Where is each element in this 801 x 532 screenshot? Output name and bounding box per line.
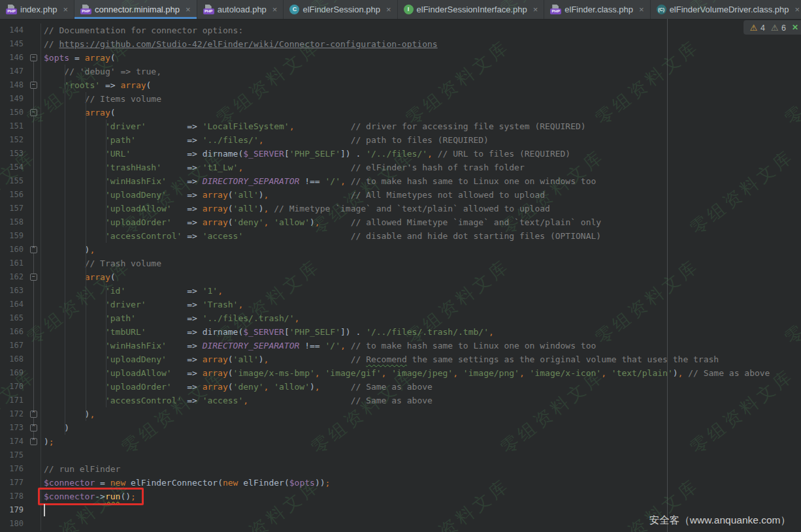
- line-number: 173: [0, 421, 26, 435]
- credit-text: 安全客（www.anquanke.com）: [649, 514, 791, 527]
- fold-end-icon[interactable]: ^: [30, 424, 37, 431]
- line-number: 157: [0, 202, 26, 215]
- tab-close-icon[interactable]: ×: [272, 5, 278, 14]
- code-line-156[interactable]: 156 'uploadDeny' => array('all'), // All…: [0, 188, 770, 202]
- weak-warning-count: 6: [781, 23, 786, 33]
- tab-close-icon[interactable]: ×: [186, 5, 191, 14]
- code-line-168[interactable]: 168 'uploadDeny' => array('all'), // Rec…: [0, 352, 770, 366]
- line-number: 162: [0, 270, 26, 284]
- php-file-icon: PHP: [6, 5, 17, 14]
- code-line-175[interactable]: 175: [0, 448, 770, 462]
- code-text: [41, 448, 44, 462]
- code-text: 'winHashFix' => DIRECTORY_SEPARATOR !== …: [41, 174, 596, 188]
- code-line-165[interactable]: 165 'path' => '../files/.trash/',: [0, 311, 770, 325]
- code-line-148[interactable]: 148− 'roots' => array(: [0, 78, 770, 92]
- code-line-144[interactable]: 144// Documentation for connector option…: [0, 23, 770, 37]
- code-line-173[interactable]: 173^ ): [0, 421, 770, 435]
- tab-connector.minimal.php[interactable]: PHPconnector.minimal.php×: [74, 0, 197, 19]
- code-line-154[interactable]: 154 'trashHash' => 't1_Lw', // elFinder'…: [0, 161, 770, 174]
- code-line-169[interactable]: 169 'uploadAllow' => array('image/x-ms-b…: [0, 366, 770, 380]
- fold-start-icon[interactable]: −: [30, 109, 37, 116]
- code-line-150[interactable]: 150− array(: [0, 106, 770, 119]
- tab-elFinder.class.php[interactable]: PHPelFinder.class.php×: [544, 0, 650, 19]
- fold-end-icon[interactable]: ^: [30, 246, 37, 253]
- gutter-fold-cell: [26, 37, 41, 51]
- code-text: ),: [41, 407, 95, 421]
- fold-end-icon[interactable]: ^: [30, 438, 37, 445]
- code-line-149[interactable]: 149 // Items volume: [0, 92, 770, 106]
- code-line-163[interactable]: 163 'id' => '1',: [0, 284, 770, 298]
- code-text: array(: [41, 270, 116, 284]
- line-number: 166: [0, 325, 26, 339]
- line-number: 163: [0, 284, 26, 298]
- weak-warning-icon: ⚠: [771, 23, 779, 33]
- fold-start-icon[interactable]: −: [30, 54, 37, 61]
- gutter-fold-cell: [26, 23, 41, 37]
- code-line-155[interactable]: 155 'winHashFix' => DIRECTORY_SEPARATOR …: [0, 174, 770, 188]
- code-line-172[interactable]: 172^ ),: [0, 407, 770, 421]
- code-line-145[interactable]: 145// https://github.com/Studio-42/elFin…: [0, 37, 770, 51]
- tab-autoload.php[interactable]: PHPautoload.php×: [197, 0, 284, 19]
- line-number: 179: [0, 503, 26, 517]
- inspections-widget[interactable]: ⚠ 4 ⚠ 6 ✕: [744, 20, 801, 35]
- code-line-158[interactable]: 158 'uploadOrder' => array('deny', 'allo…: [0, 215, 770, 229]
- indent-guide: [86, 92, 86, 421]
- code-text: ),: [41, 243, 95, 257]
- class-icon: C: [289, 5, 299, 14]
- code-line-166[interactable]: 166 'tmbURL' => dirname($_SERVER['PHP_SE…: [0, 325, 770, 339]
- interface-icon: I: [404, 5, 414, 14]
- code-line-164[interactable]: 164 'driver' => 'Trash',: [0, 298, 770, 311]
- tab-index.php[interactable]: PHPindex.php×: [0, 0, 74, 19]
- tab-elFinderSessionInterface.php[interactable]: IelFinderSessionInterface.php×: [398, 0, 545, 19]
- code-line-146[interactable]: 146−$opts = array(: [0, 51, 770, 65]
- code-text: 'uploadAllow' => array('image/x-ms-bmp',…: [41, 366, 770, 380]
- gutter-fold-cell: [26, 503, 41, 517]
- code-text: 'id' => '1',: [41, 284, 223, 298]
- indent-guide: [65, 65, 65, 435]
- abstract-icon: (C): [657, 5, 666, 14]
- line-number: 171: [0, 394, 26, 407]
- code-line-151[interactable]: 151 'driver' => 'LocalFileSystem', // dr…: [0, 119, 770, 133]
- code-text: // Documentation for connector options:: [41, 23, 243, 37]
- code-line-147[interactable]: 147 // 'debug' => true,: [0, 65, 770, 78]
- code-line-157[interactable]: 157 'uploadAllow' => array('all'), // Mi…: [0, 202, 770, 215]
- code-line-170[interactable]: 170 'uploadOrder' => array('deny', 'allo…: [0, 380, 770, 394]
- tab-close-icon[interactable]: ×: [386, 5, 391, 14]
- tab-close-icon[interactable]: ×: [639, 5, 644, 14]
- code-line-152[interactable]: 152 'path' => '../files/', // path to fi…: [0, 133, 770, 147]
- code-text: 'winHashFix' => DIRECTORY_SEPARATOR !== …: [41, 339, 596, 352]
- code-line-162[interactable]: 162− array(: [0, 270, 770, 284]
- code-line-153[interactable]: 153 'URL' => dirname($_SERVER['PHP_SELF'…: [0, 147, 770, 161]
- line-number: 167: [0, 339, 26, 352]
- line-number: 168: [0, 352, 26, 366]
- line-number: 149: [0, 92, 26, 106]
- tab-elFinderVolumeDriver.class.php[interactable]: (C)elFinderVolumeDriver.class.php×: [651, 0, 801, 19]
- code-text: 'uploadAllow' => array('all'), // Mimety…: [41, 202, 550, 215]
- tab-close-icon[interactable]: ×: [533, 5, 538, 14]
- code-text: 'uploadDeny' => array('all'), // Recomen…: [41, 352, 719, 366]
- php-file-icon: PHP: [80, 5, 91, 14]
- code-text: 'uploadDeny' => array('all'), // All Mim…: [41, 188, 545, 202]
- code-line-159[interactable]: 159 'accessControl' => 'access' // disab…: [0, 229, 770, 243]
- warning-icon: ⚠: [750, 23, 758, 33]
- tab-close-icon[interactable]: ×: [63, 5, 68, 14]
- code-line-174[interactable]: 174^);: [0, 435, 770, 448]
- tab-elFinderSession.php[interactable]: CelFinderSession.php×: [284, 0, 397, 19]
- gutter-fold-cell: [26, 517, 41, 531]
- tab-close-icon[interactable]: ×: [794, 5, 800, 14]
- code-editor[interactable]: 144// Documentation for connector option…: [0, 19, 801, 532]
- text-caret: [44, 504, 45, 516]
- code-line-176[interactable]: 176// run elFinder: [0, 462, 770, 476]
- line-number: 145: [0, 37, 26, 51]
- fold-start-icon[interactable]: −: [30, 274, 37, 281]
- inspections-extra-icon: ✕: [792, 23, 798, 32]
- tab-label: index.php: [20, 5, 57, 14]
- code-line-171[interactable]: 171 'accessControl' => 'access', // Same…: [0, 394, 770, 407]
- code-line-167[interactable]: 167 'winHashFix' => DIRECTORY_SEPARATOR …: [0, 339, 770, 352]
- fold-end-icon[interactable]: ^: [30, 411, 37, 418]
- code-line-160[interactable]: 160^ ),: [0, 243, 770, 257]
- fold-start-icon[interactable]: −: [30, 82, 37, 89]
- line-number: 144: [0, 23, 26, 37]
- tab-label: elFinderVolumeDriver.class.php: [670, 5, 789, 14]
- code-line-161[interactable]: 161 // Trash volume: [0, 257, 770, 270]
